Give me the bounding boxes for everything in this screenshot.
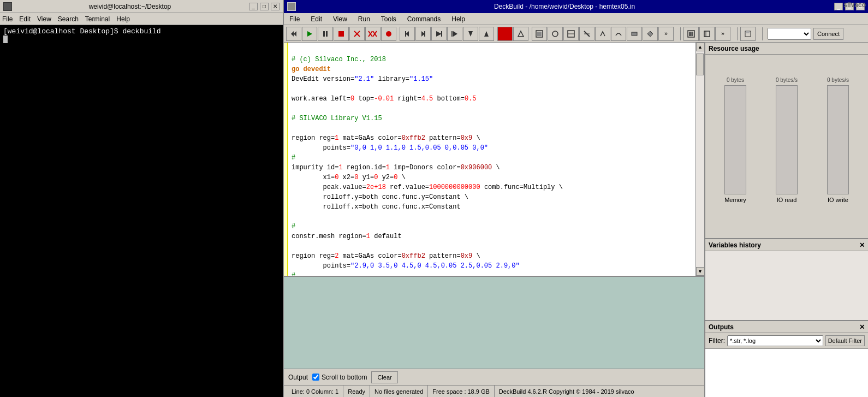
tb-pause-btn[interactable]	[318, 27, 333, 41]
output-panel: Output Scroll to bottom Clear	[284, 276, 704, 385]
svg-rect-36	[704, 31, 710, 37]
terminal-minimize-btn[interactable]: _	[249, 3, 258, 10]
tb-tool2-btn[interactable]	[548, 27, 563, 41]
db-menu-view[interactable]: View	[330, 14, 350, 24]
tb-save-btn[interactable]	[740, 27, 756, 41]
terminal-panel: weivid@localhost:~/Desktop _ □ ✕ File Ed…	[0, 0, 284, 397]
tb-stop-btn[interactable]	[334, 27, 349, 41]
tb-arrow-down-btn[interactable]	[463, 27, 478, 41]
memory-bar-container: 0 bytes Memory	[716, 77, 754, 203]
tb-tool6-btn[interactable]	[611, 27, 626, 41]
filter-select[interactable]: *.str, *.log	[727, 335, 823, 346]
terminal-menu-file[interactable]: File	[2, 15, 13, 23]
svg-marker-23	[518, 31, 524, 37]
code-line-14: peak.value=2e+18 ref.value=1000000000000…	[292, 183, 563, 191]
status-line-col: Line: 0 Column: 1	[287, 386, 343, 397]
svg-rect-35	[692, 32, 693, 36]
terminal-close-btn[interactable]: ✕	[271, 3, 280, 10]
svg-rect-31	[632, 32, 637, 35]
tb-extra2-btn[interactable]	[699, 27, 715, 41]
tb-color2-btn[interactable]	[513, 27, 528, 41]
db-editor-code[interactable]: # (c) Silvaco Inc., 2018 go devedit DevE…	[288, 43, 695, 276]
tb-connect-btn[interactable]: Connect	[813, 28, 843, 40]
tb-record-btn[interactable]	[381, 27, 396, 41]
scroll-thumb[interactable]	[696, 54, 704, 75]
terminal-menu-search[interactable]: Search	[58, 15, 79, 23]
svg-marker-21	[468, 31, 473, 37]
status-files: No files generated	[370, 386, 428, 397]
tb-more-btn[interactable]: »	[658, 27, 674, 41]
outputs-close-btn[interactable]: ✕	[859, 323, 865, 331]
tb-play-btn[interactable]	[302, 27, 317, 41]
db-minimize-btn[interactable]: _	[834, 3, 843, 10]
tb-tool1-btn[interactable]	[532, 27, 547, 41]
svg-marker-2	[307, 31, 312, 37]
terminal-menubar: File Edit View Search Terminal Help	[0, 13, 283, 25]
terminal-titlebar: weivid@localhost:~/Desktop _ □ ✕	[0, 0, 283, 13]
scroll-to-bottom-checkbox[interactable]	[312, 374, 319, 381]
tb-tool5-btn[interactable]	[595, 27, 610, 41]
db-menu-tools[interactable]: Tools	[378, 14, 400, 24]
outputs-filter: Filter: *.str, *.log Default Filter	[705, 333, 868, 349]
variables-section: Variables history ✕	[705, 239, 868, 321]
svg-rect-14	[405, 31, 406, 37]
code-line-12: impurity id=1 region.id=1 imp=Donors col…	[292, 164, 500, 171]
db-menu-help[interactable]: Help	[448, 14, 468, 24]
deckbuild-panel: DeckBuild - /home/weivid/Desktop - hemte…	[284, 0, 868, 397]
tb-color1-btn[interactable]	[497, 27, 513, 41]
tb-step-fwd-btn[interactable]	[415, 27, 431, 41]
output-label: Output	[288, 374, 308, 381]
status-free-space: Free space : 18.9 GB	[428, 386, 495, 397]
tb-goto-btn[interactable]	[431, 27, 447, 41]
variables-header: Variables history ✕	[705, 239, 868, 251]
code-line-13: x1=0 x2=0 y1=0 y2=0 \	[292, 174, 406, 181]
svg-marker-32	[647, 31, 653, 37]
db-menu-edit[interactable]: Edit	[307, 14, 325, 24]
terminal-maximize-btn[interactable]: □	[260, 3, 269, 10]
outputs-section: Outputs ✕ Filter: *.str, *.log Default F…	[705, 321, 868, 397]
code-line-9: region reg=1 mat=GaAs color=0xffb2 patte…	[292, 134, 480, 142]
tb-arrow-up-btn[interactable]	[479, 27, 494, 41]
tb-killall-btn[interactable]	[365, 27, 381, 41]
tb-step-back-btn[interactable]	[400, 27, 415, 41]
db-center: # (c) Silvaco Inc., 2018 go devedit DevE…	[284, 43, 704, 397]
default-filter-btn[interactable]: Default Filter	[825, 335, 865, 346]
svg-marker-20	[453, 31, 457, 37]
terminal-menu-terminal[interactable]: Terminal	[85, 15, 110, 23]
code-line-5: work.area left=0 top=-0.01 right=4.5 bot…	[292, 95, 477, 103]
scroll-up-arrow[interactable]: ▲	[696, 43, 705, 51]
db-menu-run[interactable]: Run	[355, 14, 373, 24]
db-menu-commands[interactable]: Commands	[404, 14, 444, 24]
tb-kill-btn[interactable]	[349, 27, 365, 41]
tb-goto2-btn[interactable]	[447, 27, 462, 41]
tb-rewind-btn[interactable]	[286, 27, 301, 41]
svg-rect-16	[424, 31, 425, 37]
editor-scrollbar[interactable]: ▲ ▼	[695, 43, 704, 276]
svg-marker-17	[436, 31, 442, 37]
terminal-menu-view[interactable]: View	[37, 15, 51, 23]
clear-button[interactable]: Clear	[371, 371, 397, 383]
scroll-track[interactable]	[696, 51, 704, 267]
variables-close-btn[interactable]: ✕	[859, 241, 865, 249]
memory-value: 0 bytes	[727, 77, 744, 83]
tb-extra1-btn[interactable]	[683, 27, 699, 41]
tb-tool4-btn[interactable]	[579, 27, 594, 41]
code-line-22: #	[292, 272, 295, 276]
code-line-3: DevEdit version="2.1" library="1.15"	[292, 75, 433, 83]
svg-marker-1	[294, 31, 296, 37]
memory-label: Memory	[724, 197, 746, 203]
resource-section: Resource usage silvaco 0 bytes Memory 0	[705, 43, 868, 239]
io-read-bar	[776, 85, 798, 194]
tb-tool3-btn[interactable]	[563, 27, 579, 41]
terminal-menu-edit[interactable]: Edit	[19, 15, 31, 23]
tb-connect-select[interactable]	[768, 28, 811, 40]
tb-tool7-btn[interactable]	[627, 27, 642, 41]
terminal-menu-help[interactable]: Help	[116, 15, 130, 23]
scroll-down-arrow[interactable]: ▼	[696, 267, 705, 276]
tb-tool8-btn[interactable]	[643, 27, 658, 41]
db-menu-file[interactable]: File	[286, 14, 303, 24]
db-editor[interactable]: # (c) Silvaco Inc., 2018 go devedit DevE…	[284, 43, 704, 276]
tb-extra3-more[interactable]: »	[715, 27, 730, 41]
svg-rect-25	[537, 32, 542, 36]
code-line-19	[292, 242, 295, 250]
